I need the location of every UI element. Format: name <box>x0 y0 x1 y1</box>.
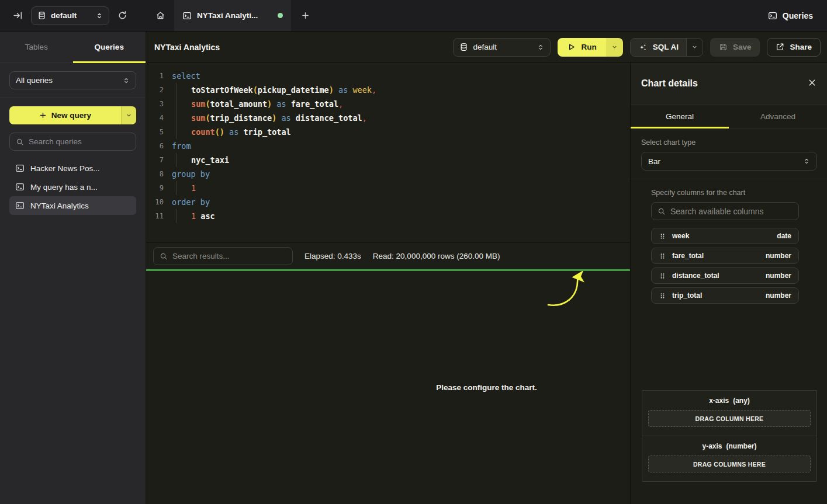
drag-handle-icon[interactable] <box>659 272 666 280</box>
code-line-text: 1 <box>172 181 196 195</box>
code-line-text: sum(total_amount) as fare_total, <box>172 97 343 111</box>
collapse-sidebar-icon <box>13 11 23 20</box>
panel-header: Chart details <box>631 63 827 105</box>
queries-nav-button[interactable]: Queries <box>768 11 813 20</box>
x-axis-label: x-axis <box>709 397 729 405</box>
chart-type-label: Select chart type <box>641 138 817 147</box>
code-line-text: sum(trip_distance) as distance_total, <box>172 111 367 125</box>
column-chip-list: week date fare_total number distance_tot… <box>651 228 799 304</box>
save-button[interactable]: Save <box>710 38 760 57</box>
terminal-icon <box>15 182 25 192</box>
sidebar-body: All queries New query <box>0 63 146 223</box>
query-item-label: NYTaxi Analytics <box>30 201 89 210</box>
query-list: Hacker News Pos... My query has a n... N… <box>9 159 136 215</box>
column-chip[interactable]: trip_total number <box>651 287 799 304</box>
line-number: 5 <box>146 125 164 139</box>
sql-ai-label: SQL AI <box>653 43 679 51</box>
run-split-button: Run <box>558 38 622 57</box>
column-name: fare_total <box>672 252 760 260</box>
updown-icon <box>803 158 810 165</box>
column-name: week <box>672 232 771 240</box>
sql-ai-button[interactable]: SQL AI <box>631 39 686 56</box>
tab-strip: NYTaxi Analyti... <box>146 0 319 31</box>
panel-close-button[interactable] <box>808 78 816 89</box>
run-database-selector[interactable]: default <box>453 38 551 57</box>
code-line-text: toStartOfWeek(pickup_datetime) as week, <box>172 83 376 97</box>
elapsed-status: Elapsed: 0.433s <box>304 252 361 260</box>
line-number: 6 <box>146 139 164 153</box>
panel-title: Chart details <box>641 78 698 89</box>
code-line-text: 1 asc <box>172 209 215 223</box>
sql-ai-split-button: SQL AI <box>630 38 703 57</box>
new-tab-button[interactable] <box>291 0 319 31</box>
terminal-icon <box>15 164 25 173</box>
sidebar-tabs: Tables Queries <box>0 32 146 63</box>
new-query-button[interactable]: New query <box>9 106 136 124</box>
search-icon <box>16 138 24 146</box>
line-number: 4 <box>146 111 164 125</box>
run-button[interactable]: Run <box>558 38 605 57</box>
tab-nytaxi-analytics[interactable]: NYTaxi Analyti... <box>174 0 291 31</box>
refresh-button[interactable] <box>117 11 127 20</box>
axes-config-box: x-axis(any) DRAG COLUMN HERE y-axis(numb… <box>642 390 817 482</box>
query-filter-value: All queries <box>16 76 123 85</box>
query-filter-select[interactable]: All queries <box>9 71 136 89</box>
collapse-sidebar-button[interactable] <box>13 11 23 20</box>
tab-general[interactable]: General <box>631 105 729 128</box>
refresh-icon <box>117 11 127 20</box>
database-selector-value: default <box>51 11 91 20</box>
tab-tables[interactable]: Tables <box>0 32 73 62</box>
x-axis-constraint: (any) <box>733 397 750 405</box>
tab-advanced[interactable]: Advanced <box>729 105 827 128</box>
run-database-value: default <box>473 43 532 51</box>
drag-handle-icon[interactable] <box>659 232 666 240</box>
search-results-input[interactable] <box>172 252 286 260</box>
plus-icon <box>39 112 47 119</box>
new-query-dropdown[interactable] <box>121 106 136 124</box>
chart-details-panel: Chart details General Advanced Select ch… <box>630 63 827 504</box>
divider <box>0 98 146 98</box>
close-icon <box>808 78 816 87</box>
code-line-text: group by <box>172 167 210 181</box>
search-queries-input[interactable] <box>29 137 130 146</box>
share-button[interactable]: Share <box>767 38 821 57</box>
column-chip[interactable]: fare_total number <box>651 248 799 264</box>
share-label: Share <box>790 43 812 51</box>
chart-type-section: Select chart type Bar <box>631 128 827 179</box>
sidebar: Tables Queries All queries New query <box>0 32 146 504</box>
chart-type-select[interactable]: Bar <box>641 152 817 171</box>
query-list-item[interactable]: Hacker News Pos... <box>9 159 136 178</box>
x-axis-dropzone[interactable]: DRAG COLUMN HERE <box>648 410 811 427</box>
line-number: 7 <box>146 153 164 167</box>
new-query-label: New query <box>51 111 91 120</box>
main-header: NYTaxi Analytics default Run <box>146 32 827 63</box>
query-list-item[interactable]: My query has a n... <box>9 178 136 196</box>
run-options-button[interactable] <box>606 38 623 57</box>
chart-type-value: Bar <box>648 157 803 166</box>
chevron-down-icon <box>611 44 618 50</box>
drag-handle-icon[interactable] <box>659 292 666 300</box>
y-axis-section: y-axis(number) DRAG COLUMNS HERE <box>642 436 816 481</box>
database-icon <box>459 43 468 51</box>
code-line-text: count() as trip_total <box>172 125 291 139</box>
drag-handle-icon[interactable] <box>659 252 666 260</box>
terminal-icon <box>182 11 192 20</box>
columns-search-box <box>651 202 799 220</box>
page-title: NYTaxi Analytics <box>154 43 220 52</box>
search-icon <box>658 207 666 215</box>
terminal-icon <box>15 201 25 210</box>
columns-search-input[interactable] <box>670 207 793 216</box>
line-number: 9 <box>146 181 164 195</box>
query-list-item[interactable]: NYTaxi Analytics <box>9 196 136 215</box>
column-chip[interactable]: week date <box>651 228 799 244</box>
updown-icon <box>123 77 130 84</box>
column-type: number <box>766 291 791 300</box>
home-button[interactable] <box>146 0 174 31</box>
sql-ai-options-button[interactable] <box>686 39 703 56</box>
rows-read-status: Read: 20,000,000 rows (260.00 MB) <box>373 252 500 260</box>
home-icon <box>155 11 165 20</box>
database-selector[interactable]: default <box>31 6 109 25</box>
y-axis-dropzone[interactable]: DRAG COLUMNS HERE <box>648 456 811 472</box>
tab-queries[interactable]: Queries <box>73 32 146 62</box>
column-chip[interactable]: distance_total number <box>651 267 799 284</box>
